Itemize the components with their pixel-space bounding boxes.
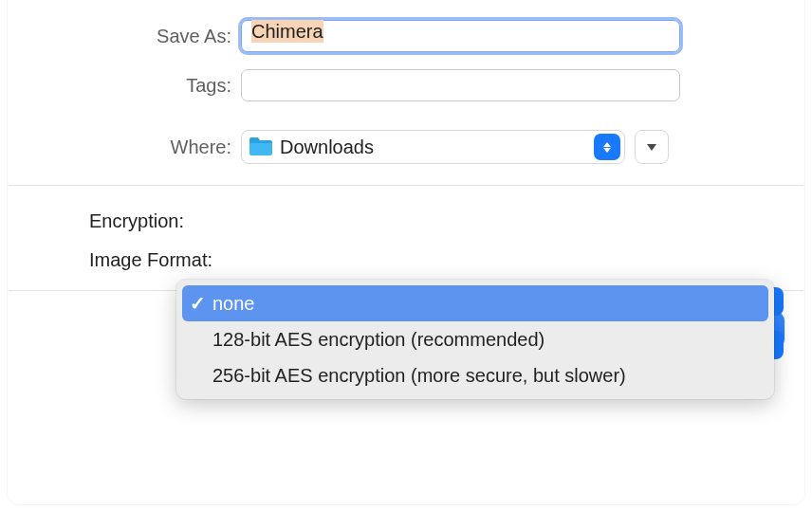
options-section: Encryption: Image Format: bbox=[9, 185, 803, 290]
where-stepper-icon bbox=[594, 134, 620, 160]
encryption-option-label: 128-bit AES encryption (recommended) bbox=[212, 329, 544, 351]
save-as-value: Chimera bbox=[251, 20, 323, 43]
encryption-option-label: 256-bit AES encryption (more secure, but… bbox=[212, 365, 626, 387]
encryption-option-label: none bbox=[212, 293, 255, 315]
where-label: Where: bbox=[28, 137, 241, 158]
encryption-option-256[interactable]: ✓ 256-bit AES encryption (more secure, b… bbox=[182, 357, 768, 393]
chevron-down-icon bbox=[647, 144, 656, 151]
where-row: Where: Downloads bbox=[28, 130, 784, 164]
expand-location-button[interactable] bbox=[635, 130, 669, 164]
image-format-label: Image Format: bbox=[28, 249, 212, 271]
save-as-input[interactable]: Chimera bbox=[241, 20, 680, 52]
checkmark-icon: ✓ bbox=[190, 292, 211, 315]
encryption-option-128[interactable]: ✓ 128-bit AES encryption (recommended) bbox=[182, 321, 768, 357]
encryption-option-none[interactable]: ✓ none bbox=[182, 285, 768, 321]
image-format-row: Image Format: bbox=[28, 249, 784, 271]
save-as-label: Save As: bbox=[28, 26, 241, 47]
tags-input[interactable] bbox=[241, 69, 680, 101]
tags-row: Tags: bbox=[28, 69, 784, 101]
save-as-row: Save As: Chimera bbox=[28, 20, 784, 52]
encryption-row: Encryption: bbox=[28, 210, 784, 232]
svg-rect-0 bbox=[249, 141, 272, 155]
tags-label: Tags: bbox=[28, 75, 241, 97]
folder-icon bbox=[249, 137, 272, 156]
file-section: Save As: Chimera Tags: Where: bbox=[9, 1, 803, 185]
encryption-label: Encryption: bbox=[28, 210, 194, 232]
where-folder-name: Downloads bbox=[280, 137, 594, 158]
where-popup[interactable]: Downloads bbox=[241, 130, 625, 164]
encryption-dropdown-menu: ✓ none ✓ 128-bit AES encryption (recomme… bbox=[176, 280, 774, 399]
save-dialog: Save As: Chimera Tags: Where: bbox=[8, 0, 804, 504]
